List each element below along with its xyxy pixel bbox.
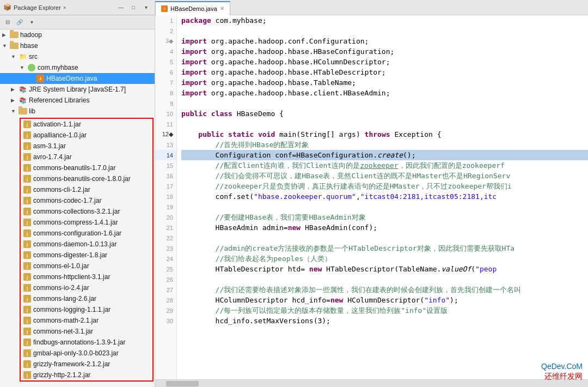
- ln-16: 16: [155, 171, 176, 181]
- tree-item-package[interactable]: ▼ com.myhbase: [0, 62, 155, 73]
- jar-label-5: commons-beanutils-1.7.0.jar: [33, 164, 115, 172]
- jar-commons-digester[interactable]: j commons-digester-1.8.jar: [21, 250, 152, 261]
- code-line-9: [181, 98, 588, 108]
- ln-4: 4: [155, 46, 176, 57]
- jre-label: JRE System Library [JavaSE-1.7]: [29, 86, 126, 93]
- jar-commons-io[interactable]: j commons-io-2.4.jar: [21, 282, 152, 293]
- maximize-button[interactable]: □: [128, 2, 139, 13]
- src-arrow: ▼: [11, 54, 19, 59]
- watermark-en: QeDev.CoM: [541, 362, 583, 371]
- jar-icon-18: j: [23, 305, 32, 314]
- code-line-1: package com.myhbase;: [181, 15, 588, 26]
- jar-asm[interactable]: j asm-3.1.jar: [21, 141, 152, 152]
- collapse-all-button[interactable]: ⊟: [2, 17, 13, 28]
- jar-grizzly-http[interactable]: j grizzly-http-2.1.2.jar: [21, 370, 152, 380]
- jar-icon-10: j: [23, 218, 32, 227]
- code-line-24: //我们给表起名为peoples（人类）: [181, 253, 588, 264]
- horizontal-scrollbar[interactable]: [155, 379, 588, 387]
- jar-commons-net[interactable]: j commons-net-3.1.jar: [21, 326, 152, 337]
- panel-title: Package Explorer: [14, 4, 61, 11]
- reflibs-arrow: ▶: [11, 98, 19, 103]
- jar-grizzly-framework[interactable]: j grizzly-framework-2.1.2.jar: [21, 359, 152, 370]
- ln-30: 30: [155, 316, 176, 326]
- jar-commons-codec[interactable]: j commons-codec-1.7.jar: [21, 195, 152, 206]
- code-line-3: import org.apache.hadoop.conf.Configurat…: [181, 36, 588, 46]
- editor-panel: J HBaseDemo.java ✕ 1 2 3◆ 4 5 6 7 8: [155, 0, 588, 387]
- code-content[interactable]: package com.myhbase; import org.apache.h…: [177, 15, 588, 379]
- jar-label-24: grizzly-http-2.1.2.jar: [33, 371, 90, 379]
- jar-commons-logging[interactable]: j commons-logging-1.1.1.jar: [21, 304, 152, 315]
- src-icon: 📁: [19, 52, 27, 61]
- tab-close-icon[interactable]: ✕: [220, 5, 224, 11]
- jar-commons-cli[interactable]: j commons-cli-1.2.jar: [21, 184, 152, 195]
- close-icon[interactable]: ✕: [63, 4, 66, 11]
- panel-header: 📦 Package Explorer ✕ — □ ▾: [0, 0, 155, 15]
- jar-icon-7: j: [23, 185, 32, 194]
- ln-15: 15: [155, 160, 176, 171]
- jar-commons-beanutils-core[interactable]: j commons-beanutils-core-1.8.0.jar: [21, 173, 152, 184]
- code-area: 1 2 3◆ 4 5 6 7 8 9 10 11 12◆ 13 14 15 16: [155, 15, 588, 379]
- ln-7: 7: [155, 77, 176, 88]
- jar-icon-16: j: [23, 283, 32, 292]
- jar-commons-lang[interactable]: j commons-lang-2.6.jar: [21, 293, 152, 304]
- jar-commons-beanutils[interactable]: j commons-beanutils-1.7.0.jar: [21, 162, 152, 173]
- icon-toolbar: ⊟ 🔗 ▾: [0, 15, 155, 29]
- code-line-22: [181, 233, 588, 243]
- panel-toolbar: — □ ▾: [115, 2, 151, 13]
- ln-28: 28: [155, 295, 176, 305]
- code-line-26: [181, 274, 588, 285]
- code-line-14: Configuration conf=HBaseConfiguration.cr…: [181, 150, 588, 160]
- tree-item-hadoop[interactable]: ▶ hadoop: [0, 29, 155, 40]
- jar-icon-5: j: [23, 164, 32, 172]
- content-area: 📦 Package Explorer ✕ — □ ▾ ⊟ 🔗 ▾: [0, 0, 588, 387]
- jar-commons-daemon[interactable]: j commons-daemon-1.0.13.jar: [21, 239, 152, 250]
- ln-6: 6: [155, 67, 176, 77]
- jar-label-3: asm-3.1.jar: [33, 142, 66, 150]
- hbase-folder-icon: [10, 41, 19, 50]
- editor-tab-hbasedemo[interactable]: J HBaseDemo.java ✕: [155, 1, 230, 15]
- code-line-28: HColumnDescriptor hcd_info=new HColumnDe…: [181, 295, 588, 305]
- jar-aopalliance[interactable]: j aopalliance-1.0.jar: [21, 130, 152, 141]
- tree-item-src[interactable]: ▼ 📁 src: [0, 51, 155, 62]
- ln-18: 18: [155, 191, 176, 202]
- ln-10: 10: [155, 108, 176, 119]
- jar-icon-8: j: [23, 196, 32, 205]
- tree-item-hbasedemo[interactable]: J HBaseDemo.java: [0, 73, 155, 84]
- editor-tab-bar: J HBaseDemo.java ✕: [155, 0, 588, 15]
- tab-java-icon: J: [161, 5, 168, 12]
- link-editor-button[interactable]: 🔗: [14, 17, 25, 28]
- view-menu-button[interactable]: ▾: [26, 17, 37, 28]
- h-scroll-thumb[interactable]: [166, 381, 199, 386]
- code-line-20: //要创建HBase表，我们需要HBaseAdmin对象: [181, 212, 588, 222]
- jar-commons-compress[interactable]: j commons-compress-1.4.1.jar: [21, 217, 152, 228]
- code-line-21: HBaseAdmin admin=new HBaseAdmin(conf);: [181, 222, 588, 233]
- jar-commons-collections[interactable]: j commons-collections-3.2.1.jar: [21, 206, 152, 217]
- jar-commons-math[interactable]: j commons-math-2.1.jar: [21, 315, 152, 326]
- jar-commons-httpclient[interactable]: j commons-httpclient-3.1.jar: [21, 271, 152, 282]
- tree-item-jre[interactable]: ▶ 📚 JRE System Library [JavaSE-1.7]: [0, 84, 155, 95]
- tree-item-lib[interactable]: ▼ lib: [0, 106, 155, 117]
- jar-commons-configuration[interactable]: j commons-configuration-1.6.jar: [21, 228, 152, 239]
- jar-label-4: avro-1.7.4.jar: [33, 153, 72, 161]
- panel-header-left: 📦 Package Explorer ✕: [3, 3, 66, 11]
- jar-label-20: commons-net-3.1.jar: [33, 328, 93, 335]
- jar-label-10: commons-compress-1.4.1.jar: [33, 219, 118, 226]
- code-line-30: hcd_info.setMaxVersions(3);: [181, 316, 588, 326]
- tree-item-reflibs[interactable]: ▶ 📚 Referenced Libraries: [0, 95, 155, 106]
- jar-findbugs[interactable]: j findbugs-annotations-1.3.9-1.jar: [21, 337, 152, 348]
- menu-button[interactable]: ▾: [140, 2, 151, 13]
- jar-label-6: commons-beanutils-core-1.8.0.jar: [33, 175, 131, 183]
- tree-scroll[interactable]: ▶ hadoop ▼ hbase ▼ 📁: [0, 29, 155, 387]
- code-line-7: import org.apache.hadoop.hbase.TableName…: [181, 77, 588, 88]
- jar-icon-3: j: [23, 142, 32, 150]
- jar-commons-el[interactable]: j commons-el-1.0.jar: [21, 261, 152, 271]
- tree-item-hbase[interactable]: ▼ hbase: [0, 40, 155, 51]
- jar-activation[interactable]: j activation-1.1.jar: [21, 119, 152, 130]
- ln-8: 8: [155, 88, 176, 98]
- jar-gmbal[interactable]: j gmbal-api-only-3.0.0-b023.jar: [21, 348, 152, 359]
- code-line-19: [181, 202, 588, 212]
- minimize-button[interactable]: —: [115, 2, 126, 13]
- jar-avro[interactable]: j avro-1.7.4.jar: [21, 152, 152, 162]
- code-line-25: HTableDescriptor htd= new HTableDescript…: [181, 264, 588, 274]
- jar-icon-19: j: [23, 316, 32, 325]
